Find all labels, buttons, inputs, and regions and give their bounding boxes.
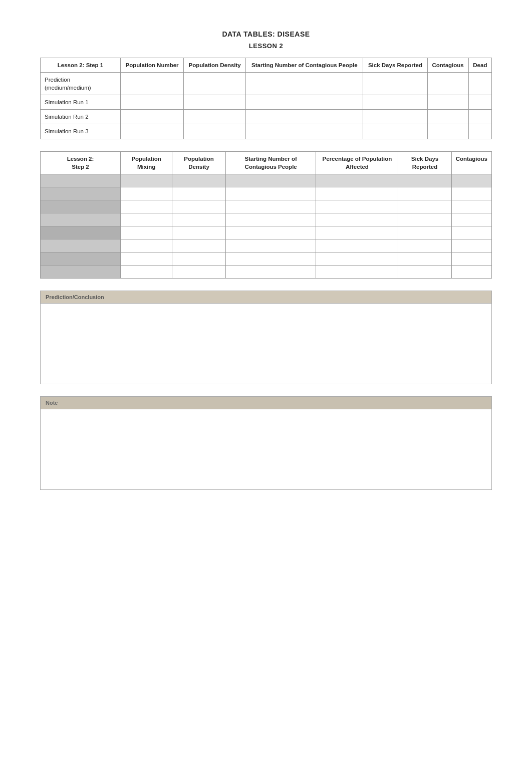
data-cell[interactable] bbox=[451, 265, 491, 278]
data-cell[interactable] bbox=[121, 95, 184, 110]
data-cell[interactable] bbox=[121, 187, 172, 200]
data-cell[interactable] bbox=[184, 73, 246, 95]
data-cell[interactable] bbox=[468, 95, 491, 110]
data-cell[interactable] bbox=[225, 252, 316, 265]
data-cell[interactable] bbox=[316, 174, 398, 187]
col2-header-5: Sick Days Reported bbox=[398, 151, 451, 174]
table-row bbox=[41, 187, 492, 200]
data-cell[interactable] bbox=[225, 213, 316, 226]
data-cell[interactable] bbox=[398, 187, 451, 200]
data-cell[interactable] bbox=[316, 187, 398, 200]
row-label: Simulation Run 2 bbox=[41, 110, 121, 124]
table-row bbox=[41, 213, 492, 226]
data-cell[interactable] bbox=[121, 124, 184, 139]
data-cell[interactable] bbox=[468, 124, 491, 139]
data-cell[interactable] bbox=[121, 226, 172, 239]
col-header-4: Sick Days Reported bbox=[363, 58, 427, 73]
data-cell[interactable] bbox=[121, 73, 184, 95]
data-cell[interactable] bbox=[184, 95, 246, 110]
data-cell[interactable] bbox=[316, 252, 398, 265]
data-cell[interactable] bbox=[363, 73, 427, 95]
data-cell[interactable] bbox=[225, 226, 316, 239]
data-cell[interactable] bbox=[316, 200, 398, 213]
data-cell[interactable] bbox=[225, 239, 316, 252]
data-cell[interactable] bbox=[172, 252, 226, 265]
data-cell[interactable] bbox=[316, 213, 398, 226]
data-cell[interactable] bbox=[451, 174, 491, 187]
page-title: DATA TABLES: DISEASE bbox=[40, 30, 492, 38]
data-cell[interactable] bbox=[121, 265, 172, 278]
data-cell[interactable] bbox=[468, 110, 491, 124]
data-cell[interactable] bbox=[246, 110, 363, 124]
data-cell[interactable] bbox=[225, 200, 316, 213]
data-cell[interactable] bbox=[246, 73, 363, 95]
col-header-3: Starting Number of Contagious People bbox=[246, 58, 363, 73]
blurred-row-label bbox=[41, 239, 121, 252]
data-cell[interactable] bbox=[363, 124, 427, 139]
data-cell[interactable] bbox=[121, 200, 172, 213]
data-cell[interactable] bbox=[121, 174, 172, 187]
data-cell[interactable] bbox=[316, 226, 398, 239]
data-cell[interactable] bbox=[172, 200, 226, 213]
data-cell[interactable] bbox=[121, 252, 172, 265]
table-row bbox=[41, 200, 492, 213]
data-cell[interactable] bbox=[225, 187, 316, 200]
data-cell[interactable] bbox=[316, 265, 398, 278]
data-cell[interactable] bbox=[246, 95, 363, 110]
section-box-1: Prediction/Conclusion bbox=[40, 291, 492, 384]
table-row bbox=[41, 239, 492, 252]
table2-section: Lesson 2:Step 2 Population Mixing Popula… bbox=[40, 151, 492, 279]
data-cell[interactable] bbox=[427, 110, 468, 124]
data-cell[interactable] bbox=[121, 213, 172, 226]
table1-section: Lesson 2: Step 1 Population Number Popul… bbox=[40, 58, 492, 139]
data-cell[interactable] bbox=[451, 226, 491, 239]
data-cell[interactable] bbox=[184, 124, 246, 139]
data-cell[interactable] bbox=[398, 265, 451, 278]
section-box-2-body[interactable] bbox=[41, 409, 491, 489]
section-box-1-body[interactable] bbox=[41, 304, 491, 384]
col2-header-1: Population Mixing bbox=[121, 151, 172, 174]
data-cell[interactable] bbox=[451, 200, 491, 213]
data-cell[interactable] bbox=[184, 110, 246, 124]
data-cell[interactable] bbox=[172, 213, 226, 226]
col2-header-4: Percentage of Population Affected bbox=[316, 151, 398, 174]
step1-table: Lesson 2: Step 1 Population Number Popul… bbox=[40, 58, 492, 139]
data-cell[interactable] bbox=[121, 239, 172, 252]
data-cell[interactable] bbox=[398, 213, 451, 226]
data-cell[interactable] bbox=[451, 187, 491, 200]
data-cell[interactable] bbox=[398, 239, 451, 252]
data-cell[interactable] bbox=[427, 73, 468, 95]
data-cell[interactable] bbox=[427, 95, 468, 110]
col2-header-3: Starting Number of Contagious People bbox=[225, 151, 316, 174]
data-cell[interactable] bbox=[225, 174, 316, 187]
data-cell[interactable] bbox=[172, 226, 226, 239]
blurred-row-label bbox=[41, 200, 121, 213]
data-cell[interactable] bbox=[316, 239, 398, 252]
table-row: Simulation Run 1 bbox=[41, 95, 492, 110]
row-label: Simulation Run 3 bbox=[41, 124, 121, 139]
data-cell[interactable] bbox=[225, 265, 316, 278]
data-cell[interactable] bbox=[451, 213, 491, 226]
data-cell[interactable] bbox=[398, 200, 451, 213]
data-cell[interactable] bbox=[172, 265, 226, 278]
data-cell[interactable] bbox=[121, 110, 184, 124]
data-cell[interactable] bbox=[246, 124, 363, 139]
col-header-0: Lesson 2: Step 1 bbox=[41, 58, 121, 73]
blurred-row-label bbox=[41, 226, 121, 239]
data-cell[interactable] bbox=[172, 174, 226, 187]
section-box-2: Note bbox=[40, 396, 492, 490]
row-label: Prediction (medium/medium) bbox=[41, 73, 121, 95]
data-cell[interactable] bbox=[398, 252, 451, 265]
data-cell[interactable] bbox=[398, 174, 451, 187]
data-cell[interactable] bbox=[398, 226, 451, 239]
data-cell[interactable] bbox=[363, 95, 427, 110]
data-cell[interactable] bbox=[172, 239, 226, 252]
col2-header-0: Lesson 2:Step 2 bbox=[41, 151, 121, 174]
data-cell[interactable] bbox=[451, 252, 491, 265]
data-cell[interactable] bbox=[451, 239, 491, 252]
data-cell[interactable] bbox=[427, 124, 468, 139]
data-cell[interactable] bbox=[172, 187, 226, 200]
data-cell[interactable] bbox=[363, 110, 427, 124]
data-cell[interactable] bbox=[468, 73, 491, 95]
col-header-2: Population Density bbox=[184, 58, 246, 73]
